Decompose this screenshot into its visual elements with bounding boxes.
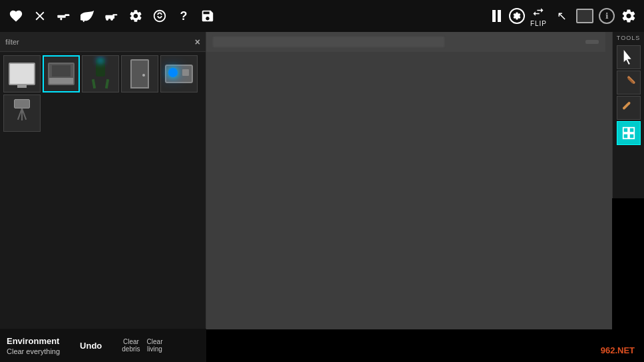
- filter-label: filter: [5, 38, 19, 46]
- clear-living-button[interactable]: Clearliving: [147, 338, 163, 353]
- item-4[interactable]: [121, 55, 158, 92]
- item-1[interactable]: [3, 55, 41, 92]
- clear-debris-button[interactable]: Cleardebris: [122, 338, 140, 353]
- clear-action-row: Cleardebris Clearliving: [122, 338, 162, 353]
- item-5[interactable]: [160, 55, 198, 92]
- monitor-button[interactable]: [576, 9, 593, 23]
- clear-actions: Cleardebris Clearliving: [122, 338, 162, 353]
- environment-label: Environment: [7, 336, 60, 346]
- select-tool-button[interactable]: [617, 121, 641, 145]
- cross-icon[interactable]: [31, 7, 49, 25]
- svg-rect-15: [629, 134, 633, 138]
- item-2[interactable]: [43, 55, 80, 92]
- svg-point-6: [110, 18, 113, 21]
- item-grid: [0, 52, 206, 135]
- svg-rect-3: [66, 15, 70, 16]
- svg-rect-13: [629, 128, 633, 132]
- toolbar-left: ?: [7, 7, 217, 25]
- canvas-body[interactable]: [206, 52, 605, 329]
- eraser-tool-button[interactable]: [617, 96, 641, 120]
- gun-icon[interactable]: [55, 7, 73, 25]
- environment-section: Environment Clear everything: [7, 336, 60, 355]
- gear-icon[interactable]: [126, 7, 145, 25]
- svg-rect-9: [627, 76, 635, 85]
- info-button[interactable]: ℹ: [599, 8, 615, 24]
- main-canvas[interactable]: [206, 32, 605, 329]
- svg-rect-11: [622, 101, 631, 110]
- svg-rect-2: [61, 18, 63, 20]
- leaf-icon[interactable]: [79, 7, 97, 25]
- undo-label[interactable]: Undo: [80, 341, 102, 351]
- cursor-tool-button[interactable]: [617, 45, 641, 69]
- biohazard-icon[interactable]: [150, 7, 169, 25]
- brush-tool-button[interactable]: [617, 71, 641, 94]
- camera-settings-button[interactable]: [509, 8, 525, 24]
- flip-area[interactable]: FLIP: [530, 5, 547, 27]
- svg-rect-0: [57, 15, 65, 18]
- toolbar-right: FLIP ↖ ℹ: [490, 5, 637, 27]
- item-monitor-white: [9, 63, 35, 85]
- item-camera: [165, 65, 193, 83]
- item-tripod: [7, 96, 37, 130]
- clear-everything-label[interactable]: Clear everything: [7, 347, 60, 355]
- settings-button[interactable]: [620, 7, 637, 25]
- close-button[interactable]: ×: [195, 37, 200, 47]
- top-toolbar: ? FLIP ↖ ℹ: [0, 0, 644, 32]
- question-icon[interactable]: ?: [174, 7, 193, 25]
- canvas-top-bar: [206, 32, 605, 52]
- undo-section: Undo: [80, 341, 102, 351]
- svg-rect-12: [623, 128, 627, 132]
- item-door: [130, 59, 149, 89]
- left-panel: filter ×: [0, 32, 206, 362]
- svg-rect-7: [112, 14, 117, 15]
- svg-rect-14: [623, 134, 627, 138]
- save-icon[interactable]: [198, 7, 217, 25]
- item-3[interactable]: [82, 55, 119, 92]
- heart-icon[interactable]: [7, 7, 25, 25]
- pause-button[interactable]: [490, 9, 504, 23]
- item-alien: [87, 58, 114, 90]
- tools-label: TOOLS: [617, 35, 640, 41]
- item-6[interactable]: [3, 94, 41, 132]
- tools-panel: TOOLS: [612, 32, 644, 198]
- watermark: 962.NET: [597, 344, 639, 357]
- cursor-button[interactable]: ↖: [552, 7, 571, 25]
- svg-point-5: [106, 18, 108, 21]
- item-monitor-dark: [48, 63, 75, 85]
- filter-bar: filter ×: [0, 32, 206, 52]
- tank-icon[interactable]: [102, 7, 121, 25]
- flip-label: FLIP: [530, 20, 547, 27]
- bottom-bar: Environment Clear everything Undo Cleard…: [0, 329, 206, 362]
- canvas-btn-1[interactable]: [585, 40, 599, 44]
